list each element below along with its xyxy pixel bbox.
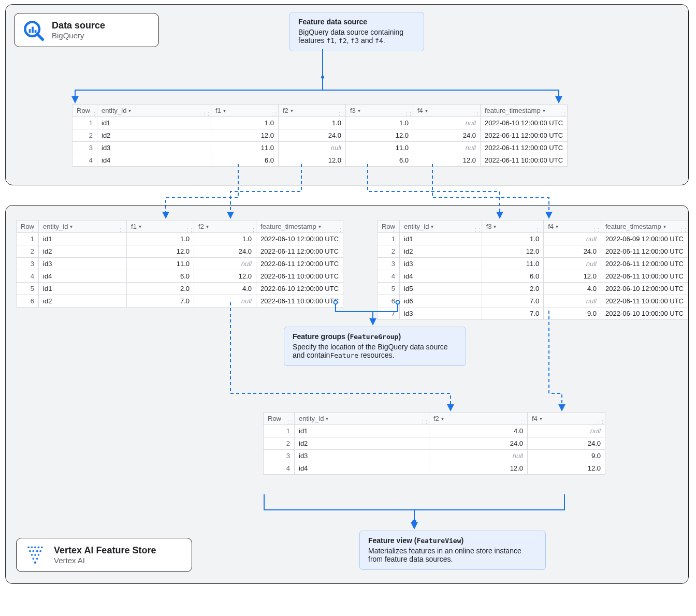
svg-point-17 — [38, 554, 40, 556]
callout-head: Feature data source — [298, 18, 415, 26]
sort-icon[interactable] — [318, 222, 321, 230]
table-row: 7id37.09.02022-06-10 10:00:00 UTC — [378, 307, 688, 320]
svg-rect-2 — [32, 27, 34, 33]
data-source-subtitle: BigQuery — [52, 31, 105, 40]
table-row: 1id11.0null2022-06-09 12:00:00 UTC — [378, 233, 688, 245]
svg-point-10 — [41, 547, 43, 549]
table-row: 2id212.024.02022-06-11 12:00:00 UTC — [378, 245, 688, 258]
sort-icon[interactable] — [128, 106, 131, 114]
feature-view-callout: Feature view (FeatureView) Materializes … — [359, 531, 546, 570]
data-source-tag: Data source BigQuery — [14, 13, 159, 47]
table-row: 5id52.04.02022-06-10 12:00:00 UTC — [378, 283, 688, 295]
feature-groups-callout: Feature groups (FeatureGroup) Specify th… — [284, 327, 466, 366]
svg-point-6 — [27, 547, 30, 549]
callout-body: BigQuery data source containing features… — [298, 28, 415, 45]
svg-point-19 — [36, 558, 38, 560]
feature-data-source-callout: Feature data source BigQuery data source… — [289, 12, 424, 51]
table-row: 1id11.01.02022-06-10 12:00:00 UTC — [17, 233, 343, 245]
table-row: 2id212.024.02022-06-11 12:00:00 UTC — [17, 245, 343, 258]
vertex-ai-icon — [24, 544, 47, 566]
sort-icon[interactable] — [556, 222, 558, 230]
callout-body: Materializes features in an online store… — [368, 547, 537, 563]
sort-icon[interactable] — [494, 222, 496, 230]
table-row: 5id12.04.02022-06-10 12:00:00 UTC — [17, 283, 343, 295]
sort-icon[interactable] — [543, 106, 545, 114]
vertex-ai-tag: Vertex AI Feature Store Vertex AI — [16, 538, 192, 572]
sort-icon[interactable] — [431, 222, 433, 230]
sort-icon[interactable] — [663, 222, 666, 230]
table-row: 4id46.012.02022-06-11 10:00:00 UTC — [378, 270, 688, 283]
table-row: 4id412.012.0 — [264, 462, 605, 475]
sort-icon[interactable] — [358, 106, 360, 114]
table-row: 3id311.0null2022-06-11 12:00:00 UTC — [17, 258, 343, 270]
svg-point-8 — [34, 547, 36, 549]
bigquery-icon — [22, 19, 45, 41]
svg-point-13 — [36, 550, 38, 552]
svg-point-9 — [38, 547, 40, 549]
source-table: Row⋮⋮entity_id⋮⋮f1⋮⋮f2⋮⋮f3⋮⋮f4⋮⋮feature_… — [72, 104, 568, 167]
table-row: 1id14.0null — [264, 425, 605, 437]
vertex-ai-panel: Row⋮⋮entity_id⋮⋮f1⋮⋮f2⋮⋮feature_timestam… — [5, 205, 689, 584]
callout-head: Feature groups (FeatureGroup) — [293, 332, 457, 341]
sort-icon[interactable] — [326, 414, 328, 422]
table-row: 4id46.012.02022-06-11 10:00:00 UTC — [17, 270, 343, 283]
svg-point-15 — [31, 554, 33, 556]
table-row: 3id311.0null11.0null2022-06-11 12:00:00 … — [72, 142, 568, 154]
svg-point-14 — [39, 550, 41, 552]
feature-view-table: Row⋮⋮entity_id⋮⋮f2⋮⋮f4⋮⋮1id14.0null2id22… — [263, 412, 605, 475]
sort-icon[interactable] — [70, 222, 72, 230]
sort-icon[interactable] — [139, 222, 141, 230]
svg-line-4 — [37, 34, 42, 39]
feature-group-left-table: Row⋮⋮entity_id⋮⋮f1⋮⋮f2⋮⋮feature_timestam… — [16, 220, 343, 307]
table-row: 3id311.0null2022-06-11 12:00:00 UTC — [378, 258, 688, 270]
table-row: 2id212.024.012.024.02022-06-11 12:00:00 … — [72, 129, 568, 142]
table-row: 3id3null9.0 — [264, 450, 605, 462]
callout-head: Feature view (FeatureView) — [368, 536, 537, 545]
table-row: 2id224.024.0 — [264, 437, 605, 450]
svg-point-5 — [321, 76, 324, 79]
sort-icon[interactable] — [425, 106, 428, 114]
svg-point-18 — [33, 558, 35, 560]
svg-point-12 — [33, 550, 35, 552]
svg-point-11 — [29, 550, 31, 552]
svg-rect-1 — [29, 29, 31, 33]
svg-rect-3 — [35, 30, 37, 33]
data-source-title: Data source — [52, 20, 105, 31]
sort-icon[interactable] — [291, 106, 293, 114]
table-row: 1id11.01.01.0null2022-06-10 12:00:00 UTC — [72, 117, 568, 129]
table-row: 6id67.0null2022-06-11 10:00:00 UTC — [378, 295, 688, 307]
sort-icon[interactable] — [206, 222, 209, 230]
feature-group-right-table: Row⋮⋮entity_id⋮⋮f3⋮⋮f4⋮⋮feature_timestam… — [377, 220, 688, 320]
svg-point-20 — [34, 561, 36, 563]
callout-body: Specify the location of the BigQuery dat… — [293, 343, 457, 359]
vertex-ai-title: Vertex AI Feature Store — [54, 545, 156, 556]
sort-icon[interactable] — [540, 414, 542, 422]
svg-point-7 — [31, 547, 33, 549]
data-source-panel: Data source BigQuery Feature data source… — [5, 4, 689, 185]
table-row: 6id27.0null2022-06-11 10:00:00 UTC — [17, 295, 343, 307]
svg-point-16 — [34, 554, 36, 556]
sort-icon[interactable] — [441, 414, 444, 422]
table-row: 4id46.012.06.012.02022-06-11 10:00:00 UT… — [72, 154, 568, 167]
sort-icon[interactable] — [223, 106, 226, 114]
vertex-ai-subtitle: Vertex AI — [54, 556, 156, 565]
